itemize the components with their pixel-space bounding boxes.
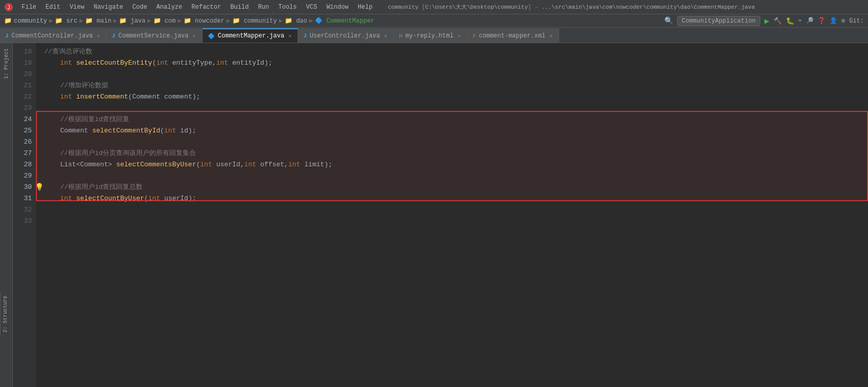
breadcrumb-main[interactable]: 📁 main [85, 17, 111, 25]
line-num-24: 24 [13, 114, 32, 125]
code-line-28: List<Comment> selectCommentsByUser(int u… [44, 159, 868, 170]
menu-refactor[interactable]: Refactor [187, 3, 225, 12]
toolbar-controls: 🔍 CommunityApplication ▶ 🔨 🐛 ☂ 🔎 ❓ 👤 ⚙ G… [664, 16, 864, 26]
run-button[interactable]: ▶ [764, 16, 770, 26]
gear-icon[interactable]: ⚙ [841, 17, 845, 25]
line-num-21: 21 [13, 80, 32, 91]
code-line-30: 💡 //根据用户id查找回复总数 [44, 182, 868, 193]
code-line-33 [44, 216, 868, 227]
tab-close-icon[interactable]: ✕ [192, 32, 197, 40]
tab-myreply[interactable]: H my-reply.html ✕ [394, 28, 467, 43]
code-line-29 [44, 170, 868, 182]
menu-vcs[interactable]: VCS [302, 3, 322, 12]
tab-commentmapperxml[interactable]: X comment-mapper.xml ✕ [467, 28, 559, 43]
java-active-icon: 🔷 [208, 33, 215, 40]
breadcrumb-bar: 📁 community ▶ 📁 src ▶ 📁 main ▶ 📁 java ▶ … [0, 14, 868, 28]
tab-close-icon[interactable]: ✕ [548, 32, 554, 40]
code-comment-18: //查询总评论数 [44, 46, 92, 57]
code-line-26 [44, 137, 868, 148]
breadcrumb-commentmapper[interactable]: 🔷 CommentMapper [315, 17, 374, 25]
build-icon[interactable]: 🔨 [774, 17, 782, 25]
tab-commentmapper[interactable]: 🔷 CommentMapper.java ✕ [203, 28, 299, 43]
line-num-20: 20 [13, 69, 32, 80]
lightbulb-icon[interactable]: 💡 [36, 182, 44, 193]
menu-run[interactable]: Run [254, 3, 273, 12]
debug-icon[interactable]: 🐛 [786, 17, 794, 25]
menu-view[interactable]: View [66, 3, 89, 12]
search-icon[interactable]: 🔍 [664, 16, 673, 25]
tab-label: CommentMapper.java [218, 32, 285, 40]
user-icon[interactable]: 👤 [830, 17, 837, 25]
run-config-label[interactable]: CommunityApplication [677, 16, 760, 26]
tab-commentservice[interactable]: J CommentService.java ✕ [107, 28, 202, 43]
breadcrumb-nowcoder[interactable]: 📁 nowcoder [184, 17, 225, 25]
coverage-icon[interactable]: ☂ [798, 17, 802, 25]
menu-code[interactable]: Code [128, 3, 151, 12]
tab-label: CommentService.java [119, 32, 189, 40]
app-logo: J [4, 3, 13, 12]
svg-text:J: J [8, 5, 10, 10]
line-num-18: 18 [13, 46, 32, 57]
tab-label: CommentController.java [12, 32, 93, 40]
tab-commentcontroller[interactable]: J CommentController.java ✕ [0, 28, 107, 43]
menu-tools[interactable]: Tools [274, 3, 301, 12]
code-line-20 [44, 69, 868, 80]
menu-window[interactable]: Window [322, 3, 352, 12]
structure-panel-label[interactable]: 2: Structure [0, 293, 10, 336]
tab-close-icon[interactable]: ✕ [287, 32, 292, 40]
line-numbers: 18 19 20 21 22 23 24 25 26 27 28 29 30 3… [13, 43, 36, 387]
code-line-25: Comment selectCommentById(int id); [44, 125, 868, 137]
tab-label: my-reply.html [405, 32, 453, 40]
breadcrumb-java[interactable]: 📁 java [119, 17, 145, 25]
breadcrumb-src[interactable]: 📁 src [55, 17, 77, 25]
tab-label: UserController.java [310, 32, 380, 40]
line-num-26: 26 [13, 137, 32, 148]
tab-label: comment-mapper.xml [479, 32, 546, 40]
xml-icon: X [472, 33, 476, 39]
sidebar-project-label[interactable]: 1: Project [3, 46, 10, 81]
code-line-23 [44, 103, 868, 114]
java-icon: J [5, 33, 9, 39]
menu-help[interactable]: Help [353, 3, 377, 12]
code-line-21: //增加评论数据 [44, 80, 868, 91]
code-area[interactable]: //查询总评论数 int selectCountByEntity(int ent… [36, 43, 868, 387]
line-num-32: 32 [13, 204, 32, 216]
git-label: Git: [849, 17, 864, 25]
menu-navigate[interactable]: Navigate [89, 3, 127, 12]
window-title-path: community [C:\Users\大大\Desktop\community… [388, 3, 864, 11]
search2-icon[interactable]: 🔎 [806, 17, 814, 25]
line-num-30: 30 [13, 182, 32, 193]
tab-close-icon[interactable]: ✕ [96, 32, 101, 40]
tab-close-icon[interactable]: ✕ [383, 32, 388, 40]
breadcrumb-com[interactable]: 📁 com [153, 17, 176, 25]
code-line-24: //根据回复id查找回复 [44, 114, 868, 125]
menu-build[interactable]: Build [226, 3, 253, 12]
menu-bar: J File Edit View Navigate Code Analyze R… [0, 0, 868, 14]
line-num-31: 31 [13, 193, 32, 204]
menu-edit[interactable]: Edit [42, 3, 65, 12]
breadcrumb-dao[interactable]: 📁 dao [285, 17, 307, 25]
breadcrumb-project[interactable]: community [14, 17, 47, 25]
line-num-33: 33 [13, 216, 32, 227]
question-icon[interactable]: ❓ [818, 17, 825, 25]
code-line-22: int insertComment(Comment comment); [44, 91, 868, 103]
menu-file[interactable]: File [17, 3, 41, 12]
line-num-29: 29 [13, 170, 32, 182]
code-line-27: //根据用户id分页查询该用户的所有回复集合 [44, 148, 868, 159]
tab-close-icon[interactable]: ✕ [457, 32, 462, 40]
tab-bar: J CommentController.java ✕ J CommentServ… [0, 28, 868, 43]
line-num-28: 28 [13, 159, 32, 170]
java-icon: J [112, 33, 115, 39]
editor-area: 1: Project 18 19 20 21 22 23 24 25 26 27… [0, 43, 868, 387]
line-num-22: 22 [13, 91, 32, 103]
html-icon: H [399, 33, 403, 39]
breadcrumb-community[interactable]: 📁 community [232, 17, 277, 25]
line-num-27: 27 [13, 148, 32, 159]
project-folder-icon: 📁 [4, 17, 12, 25]
tab-usercontroller[interactable]: J UserController.java ✕ [298, 28, 393, 43]
line-num-23: 23 [13, 103, 32, 114]
line-num-19: 19 [13, 57, 32, 69]
menu-analyze[interactable]: Analyze [152, 3, 186, 12]
code-line-31: int selectCountByUser(int userId); [44, 193, 868, 204]
line-num-25: 25 [13, 125, 32, 137]
